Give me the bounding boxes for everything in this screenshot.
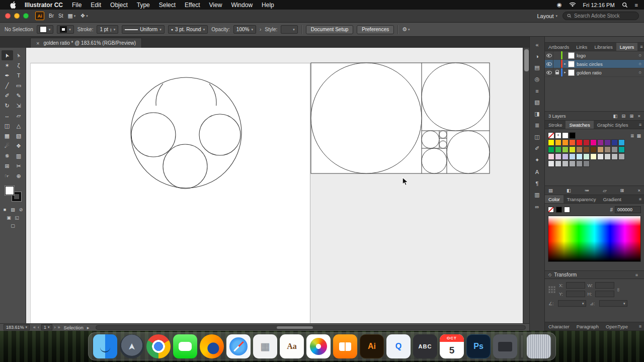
swatch-00a99d[interactable]: [618, 146, 625, 153]
swatch-c3b8e0[interactable]: [562, 153, 569, 160]
gradient-tool[interactable]: ▧: [13, 131, 25, 141]
swatch-bcbec0[interactable]: [611, 153, 618, 160]
swatch-bdd7ee[interactable]: [569, 153, 576, 160]
make-clip-mask-icon[interactable]: ◧: [613, 113, 618, 119]
color-guide-panel-icon[interactable]: ▤: [532, 64, 542, 71]
layer-lock-toggle[interactable]: [553, 68, 561, 76]
swatch-dcc7e1[interactable]: [555, 153, 561, 160]
menu-edit[interactable]: Edit: [86, 2, 106, 9]
tab-layers[interactable]: Layers: [616, 43, 638, 51]
layer-visibility-toggle[interactable]: [545, 60, 553, 68]
notification-center-icon[interactable]: ≡: [635, 2, 638, 8]
vertical-scrollbar-thumb[interactable]: [524, 49, 529, 71]
rotate-angle-select[interactable]: ▾: [558, 300, 586, 307]
dock-quicktime[interactable]: Q: [386, 334, 411, 358]
screen-mode-button[interactable]: ▢: [10, 223, 16, 228]
zoom-window-button[interactable]: [23, 13, 29, 19]
menu-view[interactable]: View: [205, 2, 227, 9]
delete-layer-icon[interactable]: ×: [637, 113, 640, 119]
transform-x-input[interactable]: [566, 282, 585, 289]
swatch-f5d5e0[interactable]: [548, 153, 554, 160]
dock-ibooks[interactable]: [333, 334, 357, 358]
opacity-panel-chevron[interactable]: ›: [260, 27, 261, 32]
prev-artboard-icon[interactable]: ‹: [38, 325, 39, 330]
slice-tool[interactable]: ✂: [13, 161, 25, 171]
paintbrush-tool[interactable]: ✐: [2, 90, 13, 101]
new-swatch-icon[interactable]: ⊞: [620, 188, 624, 193]
swatch-8dc63f[interactable]: [562, 146, 569, 153]
swatch-00a651[interactable]: [548, 146, 554, 153]
swatch-fffbcc[interactable]: [590, 153, 597, 160]
artboard-tool[interactable]: ⊞: [2, 161, 13, 171]
tab-character[interactable]: Character: [545, 322, 573, 330]
swatch-d1d3d4[interactable]: [604, 153, 611, 160]
blend-tool[interactable]: ❖: [13, 141, 25, 151]
layer-row-logo[interactable]: logo○: [545, 51, 644, 60]
line-segment-tool[interactable]: ╱: [2, 80, 13, 90]
draw-behind-button[interactable]: ◱: [14, 215, 20, 220]
character-panel-icon[interactable]: A: [532, 168, 542, 175]
stock-button[interactable]: St: [58, 13, 63, 19]
vertical-scrollbar[interactable]: [523, 48, 529, 323]
style-select[interactable]: ▾: [281, 25, 298, 34]
dock-photoshop[interactable]: Ps: [466, 334, 491, 358]
dock-illustrator[interactable]: Ai: [360, 334, 384, 358]
stroke-profile-select[interactable]: Uniform▾: [122, 25, 165, 34]
apple-menu-icon[interactable]: [6, 1, 20, 9]
scale-tool[interactable]: ⇲: [13, 101, 25, 111]
swatch-e6e7e8[interactable]: [597, 153, 604, 160]
layer-lock-toggle[interactable]: [553, 51, 561, 59]
brush-definition-select[interactable]: ●3 pt. Round▾: [168, 25, 208, 34]
last-artboard-icon[interactable]: »: [58, 325, 60, 330]
free-transform-tool[interactable]: ▱: [13, 111, 25, 121]
opacity-input[interactable]: 100%▾: [233, 25, 256, 34]
zoom-tool[interactable]: ⊕: [13, 171, 25, 181]
swatch-be1e2d[interactable]: [583, 139, 590, 146]
dock-photos[interactable]: [306, 334, 331, 358]
eyedropper-tool[interactable]: ☄: [2, 141, 13, 151]
control-panel-options-icon[interactable]: ⚙▾: [402, 26, 410, 33]
swatch-8b8c8d[interactable]: [611, 146, 618, 153]
menu-window[interactable]: Window: [226, 2, 257, 9]
tab-libraries[interactable]: Libraries: [591, 43, 616, 51]
transform-panel-header[interactable]: ◇ Transform ≡: [545, 270, 644, 279]
layer-row-golden-ratio[interactable]: ▸golden ratio○: [545, 68, 644, 77]
swatch-fff200[interactable]: [548, 139, 554, 146]
hand-tool[interactable]: ☞: [2, 171, 13, 181]
stroke-color-control[interactable]: ▾: [57, 25, 74, 34]
white-swatch[interactable]: [564, 207, 570, 213]
swatch-d7df23[interactable]: [569, 146, 576, 153]
dock-utility-grid[interactable]: ▦: [253, 334, 277, 358]
swatch-c69c6d[interactable]: [597, 146, 604, 153]
swatch-d1d3d4[interactable]: [555, 160, 561, 167]
dock-calendar[interactable]: OCT5: [440, 334, 464, 358]
swatch-2b3990[interactable]: [611, 139, 618, 146]
layer-visibility-toggle[interactable]: [545, 68, 553, 76]
delete-swatch-icon[interactable]: ×: [637, 188, 640, 193]
horizontal-scrollbar[interactable]: [96, 325, 526, 330]
dock-finder[interactable]: [93, 334, 117, 358]
transform-collapse-icon[interactable]: ◇: [548, 273, 551, 277]
tab-gradient[interactable]: Gradient: [599, 195, 624, 203]
tab-swatches[interactable]: Swatches: [566, 121, 593, 129]
tab-color[interactable]: Color: [545, 195, 564, 203]
swatch-39b54a[interactable]: [555, 146, 561, 153]
swatch-cdeedb[interactable]: [583, 153, 590, 160]
minimize-window-button[interactable]: [14, 13, 20, 19]
pathfinder-panel-icon[interactable]: ◫: [532, 133, 542, 141]
dock-launchpad[interactable]: ➤: [120, 334, 144, 358]
stroke-weight-input[interactable]: 1 pt▴▾▾: [97, 25, 118, 34]
swatch-f7941d[interactable]: [562, 139, 569, 146]
width-tool[interactable]: ↔: [2, 111, 13, 121]
swatch-c6eaf8[interactable]: [576, 153, 583, 160]
none-button[interactable]: ⊘: [18, 207, 24, 212]
appearance-panel-icon[interactable]: ◎: [532, 75, 542, 83]
selection-tool[interactable]: ➤: [2, 50, 13, 60]
close-window-button[interactable]: [5, 13, 11, 19]
pen-tool[interactable]: ✒: [2, 70, 13, 80]
swatch-list-view-icon[interactable]: ≣: [630, 133, 634, 138]
panel-menu-icon[interactable]: ≡: [636, 195, 644, 203]
bridge-button[interactable]: Br: [49, 13, 54, 19]
dock-abc-book[interactable]: ABC: [413, 334, 437, 358]
status-readout[interactable]: Selection: [64, 325, 84, 330]
